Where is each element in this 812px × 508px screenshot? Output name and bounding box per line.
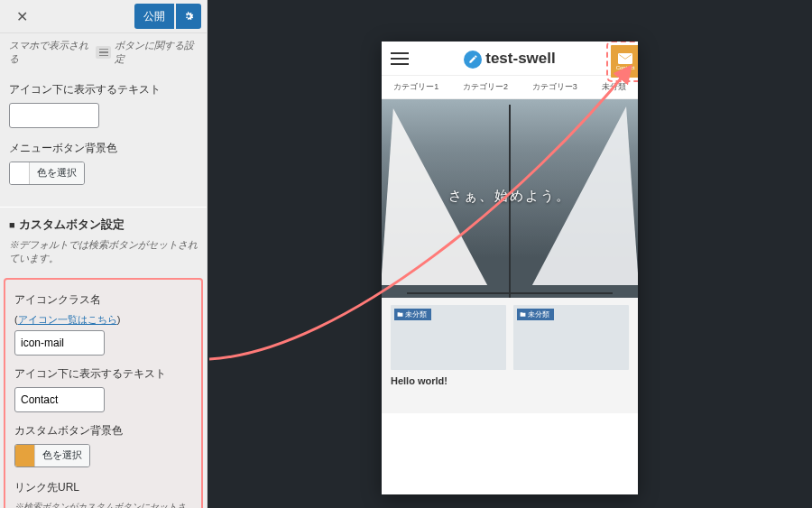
menu-icon xyxy=(96,46,111,59)
color-select-button[interactable]: 色を選択 xyxy=(30,162,84,184)
icon-class-input[interactable] xyxy=(14,330,105,356)
post-card[interactable]: 未分類 xyxy=(513,305,629,370)
mobile-preview: test-swell Contact カテゴリー1 カテゴリー2 カテゴリー3 … xyxy=(382,42,638,494)
field-label: アイコン下に表示するテキスト xyxy=(9,82,198,97)
site-header: test-swell Contact xyxy=(382,42,638,76)
category-link[interactable]: カテゴリー3 xyxy=(532,81,577,93)
category-link[interactable]: カテゴリー1 xyxy=(393,81,438,93)
custom-button-heading: ■カスタムボタン設定 xyxy=(0,207,207,238)
publish-button[interactable]: 公開 xyxy=(134,4,174,29)
field-label: アイコン下に表示するテキスト xyxy=(14,366,192,382)
icon-list-link[interactable]: アイコン一覧はこちら xyxy=(18,314,117,325)
icon-below-text-input[interactable] xyxy=(9,103,99,128)
edit-pencil-icon[interactable] xyxy=(464,51,482,69)
field-label: アイコンクラス名 xyxy=(14,292,192,308)
color-select-button[interactable]: 色を選択 xyxy=(35,445,89,466)
menu-icon[interactable] xyxy=(391,52,409,65)
section-link-url: リンク先URL ※検索ボタンがカスタムボタンにセットされている場合は無効 xyxy=(11,473,196,508)
section-icon-text2: アイコン下に表示するテキスト xyxy=(11,359,196,416)
field-label: リンク先URL xyxy=(14,480,192,495)
gear-icon[interactable] xyxy=(176,4,201,29)
contact-button-label: Contact xyxy=(616,65,635,70)
site-title: test-swell xyxy=(464,50,555,68)
mail-icon xyxy=(618,53,632,64)
category-link[interactable]: カテゴリー2 xyxy=(463,81,508,93)
custom-button-note: ※デフォルトでは検索ボタンがセットされています。 xyxy=(0,238,207,273)
post-title[interactable]: Hello world! xyxy=(382,374,638,413)
category-tag: 未分類 xyxy=(517,309,554,320)
field-label: メニューボタン背景色 xyxy=(9,141,198,156)
folder-icon xyxy=(397,311,403,318)
color-swatch[interactable] xyxy=(10,162,30,184)
folder-icon xyxy=(520,311,526,318)
post-card[interactable]: 未分類 xyxy=(391,305,506,370)
panel-header: ✕ 公開 xyxy=(0,0,207,33)
highlighted-settings: アイコンクラス名 (アイコン一覧はこちら) アイコン下に表示するテキスト カスタ… xyxy=(4,278,203,508)
hero-image: さぁ、始めよう。 xyxy=(382,99,638,298)
hero-text: さぁ、始めよう。 xyxy=(448,188,571,205)
post-cards: 未分類 未分類 xyxy=(382,298,638,374)
category-tag: 未分類 xyxy=(394,309,431,320)
section-menu-bg: メニューボタン背景色 色を選択 xyxy=(0,132,207,190)
customizer-panel: ✕ 公開 スマホで表示される ボタンに関する設定 アイコン下に表示するテキスト … xyxy=(0,0,208,508)
section-custom-bg: カスタムボタン背景色 色を選択 xyxy=(11,416,196,473)
link-url-note: ※検索ボタンがカスタムボタンにセットされている場合は無効 xyxy=(14,501,192,508)
field-label: カスタムボタン背景色 xyxy=(14,423,192,439)
category-bar: カテゴリー1 カテゴリー2 カテゴリー3 未分類 xyxy=(382,76,638,99)
section-icon-class: アイコンクラス名 (アイコン一覧はこちら) xyxy=(11,285,196,359)
category-link[interactable]: 未分類 xyxy=(602,81,626,93)
close-icon[interactable]: ✕ xyxy=(5,0,38,32)
panel-subheading: スマホで表示される ボタンに関する設定 xyxy=(0,33,207,73)
section-icon-below-text: アイコン下に表示するテキスト xyxy=(0,73,207,132)
contact-button[interactable]: Contact xyxy=(611,45,638,78)
color-swatch[interactable] xyxy=(15,445,35,466)
icon-text-input[interactable] xyxy=(14,387,105,412)
preview-area: test-swell Contact カテゴリー1 カテゴリー2 カテゴリー3 … xyxy=(208,0,812,508)
